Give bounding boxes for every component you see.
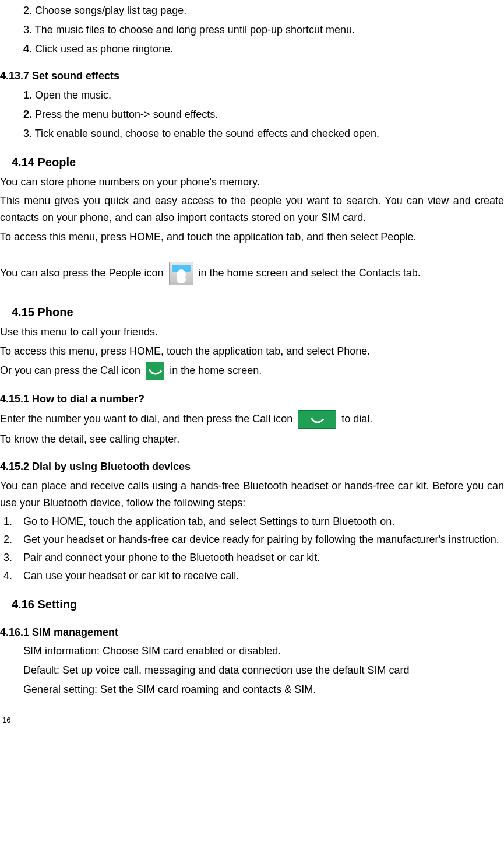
page-number: 16 (0, 714, 504, 727)
section-4-13-ringtone-steps: 2. Choose songs/play list tag page. 3. T… (0, 2, 504, 57)
document-page: 2. Choose songs/play list tag page. 3. T… (0, 2, 504, 738)
body-text: To access this menu, press HOME, and tou… (0, 229, 504, 246)
heading-4-15-1: 4.15.1 How to dial a number? (0, 391, 504, 408)
call-icon (146, 362, 164, 380)
list-item: Can use your headset or car kit to recei… (15, 567, 504, 584)
heading-4-13-7: 4.13.7 Set sound effects (0, 68, 504, 85)
step-item: 2. Choose songs/play list tag page. (23, 2, 504, 19)
body-text: Or you can press the Call icon in the ho… (0, 362, 504, 380)
body-text: You can store phone numbers on your phon… (0, 174, 504, 191)
list-item: Go to HOME, touch the application tab, a… (15, 513, 504, 530)
heading-4-14: 4.14 People (12, 153, 504, 171)
body-text: You can place and receive calls using a … (0, 478, 504, 511)
heading-4-16-1: 4.16.1 SIM management (0, 624, 504, 641)
body-text: SIM information: Choose SIM card enabled… (23, 643, 504, 660)
step-item: 3. The music files to choose and long pr… (23, 22, 504, 38)
step-item: 3. Tick enable sound, choose to enable t… (23, 125, 504, 142)
bluetooth-steps-list: Go to HOME, touch the application tab, a… (0, 513, 504, 584)
step-item: 1. Open the music. (23, 87, 504, 104)
heading-4-16: 4.16 Setting (12, 595, 504, 614)
step-item: 2. Press the menu button-> sound effects… (23, 106, 504, 123)
body-text: This menu gives you quick and easy acces… (0, 192, 504, 226)
body-text: To access this menu, press HOME, touch t… (0, 343, 504, 360)
body-text: General setting: Set the SIM card roamin… (23, 681, 504, 698)
heading-4-15-2: 4.15.2 Dial by using Bluetooth devices (0, 458, 504, 475)
heading-4-15: 4.15 Phone (12, 303, 504, 321)
body-text: Enter the number you want to dial, and t… (0, 410, 504, 429)
body-text: To know the detail, see calling chapter. (0, 431, 504, 448)
section-4-16-1-body: SIM information: Choose SIM card enabled… (0, 643, 504, 698)
step-item: 4. Click used as phone ringtone. (23, 41, 504, 58)
body-text: Default: Set up voice call, messaging an… (23, 662, 504, 679)
list-item: Pair and connect your phone to the Bluet… (15, 549, 504, 566)
list-item: Get your headset or hands-free car devic… (15, 531, 504, 548)
people-icon (169, 262, 193, 285)
body-text: Use this menu to call your friends. (0, 324, 504, 341)
section-4-13-7-steps: 1. Open the music. 2. Press the menu but… (0, 87, 504, 142)
call-wide-icon (298, 410, 336, 429)
body-text: You can also press the People icon in th… (0, 262, 504, 285)
